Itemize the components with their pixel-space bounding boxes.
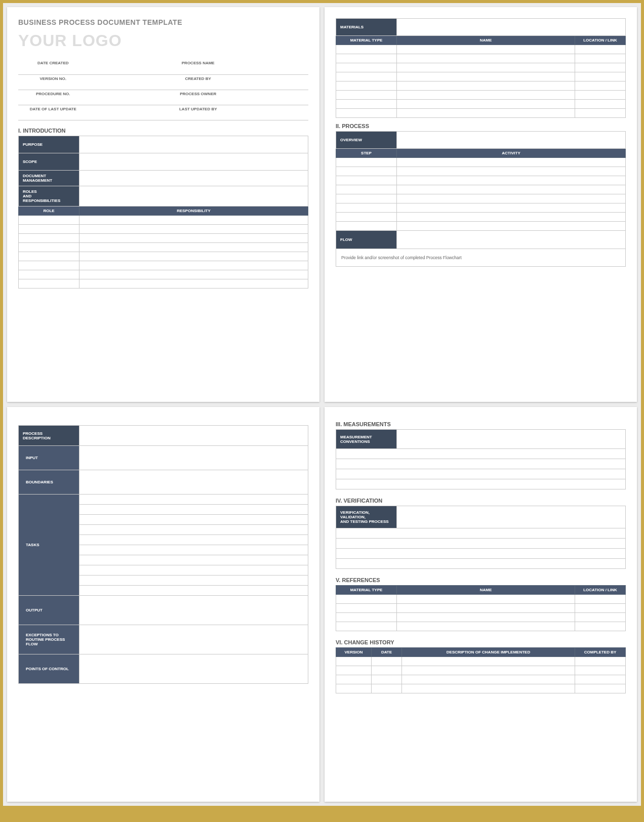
intro-table: PURPOSE SCOPE DOCUMENT MANAGEMENT ROLES … (18, 136, 308, 289)
change-history-table: VERSIONDATEDESCRIPTION OF CHANGE IMPLEME… (336, 647, 626, 693)
section-2-heading: II. PROCESS (336, 123, 626, 129)
section-6-heading: VI. CHANGE HISTORY (336, 639, 626, 645)
process-table: OVERVIEW STEPACTIVITY FLOW Provide link … (336, 131, 626, 267)
page-4: III. MEASUREMENTS MEASUREMENT CONVENTION… (325, 407, 637, 802)
section-1-heading: I. INTRODUCTION (18, 128, 308, 134)
meta-table: DATE CREATEDPROCESS NAME VERSION NO.CREA… (18, 59, 308, 120)
process-desc-table: PROCESS DESCRIPTION INPUT BOUNDARIES TAS… (18, 425, 308, 684)
doc-title: BUSINESS PROCESS DOCUMENT TEMPLATE (18, 18, 308, 26)
page-2: MATERIALS MATERIAL TYPENAMELOCATION / LI… (325, 7, 637, 402)
section-3-heading: III. MEASUREMENTS (336, 421, 626, 427)
measurements-table: MEASUREMENT CONVENTIONS (336, 429, 626, 489)
section-4-heading: IV. VERIFICATION (336, 498, 626, 504)
materials-table: MATERIALS MATERIAL TYPENAMELOCATION / LI… (336, 18, 626, 118)
page-1: BUSINESS PROCESS DOCUMENT TEMPLATE YOUR … (7, 7, 319, 402)
page-3: PROCESS DESCRIPTION INPUT BOUNDARIES TAS… (7, 407, 319, 802)
section-5-heading: V. REFERENCES (336, 577, 626, 583)
logo-placeholder: YOUR LOGO (18, 31, 308, 50)
references-table: MATERIAL TYPENAMELOCATION / LINK (336, 585, 626, 631)
verification-table: VERIFICATION, VALIDATION, AND TESTING PR… (336, 506, 626, 569)
